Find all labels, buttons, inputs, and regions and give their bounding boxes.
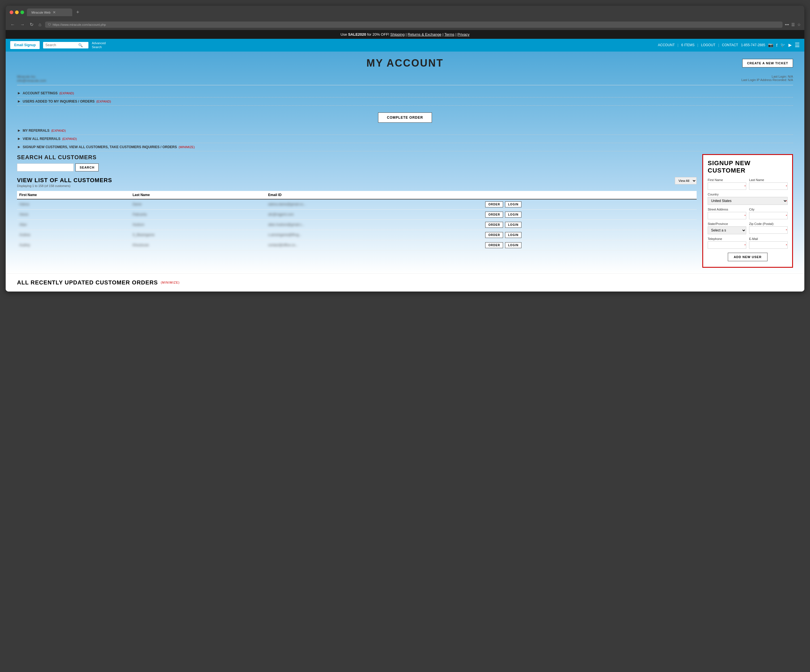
items-link[interactable]: 6 ITEMS: [681, 43, 695, 47]
instagram-icon[interactable]: 📷: [768, 42, 773, 47]
last-name-group: Last Name *: [749, 178, 788, 190]
address-bar[interactable]: 🛡 https://www.miracule.com/account.php: [45, 22, 783, 28]
col-last-name: Last Name: [130, 191, 266, 199]
account-link[interactable]: ACCOUNT: [658, 43, 675, 47]
telephone-group: Telephone *: [708, 237, 746, 249]
signup-customers-label: SIGNUP NEW CUSTOMERS, VIEW ALL CUSTOMERS…: [23, 145, 177, 149]
facebook-icon[interactable]: f: [776, 43, 778, 47]
contact-link[interactable]: CONTACT: [722, 43, 738, 47]
view-list-info: VIEW LIST OF ALL CUSTOMERS Displaying 1 …: [17, 177, 112, 187]
last-name-input[interactable]: [749, 182, 788, 190]
recently-updated-minimize[interactable]: (MINIMIZE): [161, 281, 180, 284]
my-referrals-expand[interactable]: (EXPAND): [51, 129, 66, 132]
login-button[interactable]: LOGIN: [505, 212, 522, 217]
more-icon[interactable]: •••: [785, 22, 789, 27]
email-label: E-Mail: [749, 237, 788, 241]
email-required: *: [786, 244, 787, 247]
col-actions: [483, 191, 697, 199]
phone-number: 1-855-747-2885: [741, 43, 765, 47]
complete-order-button[interactable]: COMPLETE ORDER: [378, 113, 432, 123]
browser-tab[interactable]: Miracule Web ✕: [27, 8, 72, 16]
login-button[interactable]: LOGIN: [505, 242, 522, 248]
order-button[interactable]: ORDER: [485, 242, 503, 248]
city-wrapper: *: [749, 212, 788, 219]
bookmark-icon[interactable]: ☆: [797, 22, 801, 27]
website-content: Use SALE2020 for 20% OFF! Shipping | Ret…: [6, 30, 804, 291]
login-button[interactable]: LOGIN: [505, 232, 522, 238]
account-settings-expand[interactable]: (EXPAND): [59, 91, 74, 95]
signup-customers-minimize[interactable]: (MINIMIZE): [179, 145, 195, 149]
play-icon-2: [17, 99, 21, 103]
last-name-label: Last Name: [749, 178, 788, 182]
reader-icon[interactable]: ☰: [791, 22, 795, 27]
users-added-label: USERS ADDED TO MY INQUIRIES / ORDERS: [23, 99, 94, 103]
cell-actions: ORDER LOGIN: [483, 199, 697, 210]
page-title: MY ACCOUNT: [366, 57, 444, 69]
tab-close-icon[interactable]: ✕: [53, 10, 56, 14]
view-all-select[interactable]: View All: [675, 177, 697, 184]
left-column: SEARCH ALL CUSTOMERS SEARCH VIEW LIST OF…: [17, 154, 697, 268]
login-button[interactable]: LOGIN: [505, 222, 522, 228]
order-button[interactable]: ORDER: [485, 201, 503, 207]
email-signup-button[interactable]: Email Signup: [10, 41, 40, 49]
first-name-wrapper: *: [708, 182, 746, 190]
last-login-ip: Last Login IP Address Recorded: N/A: [741, 78, 793, 82]
order-button[interactable]: ORDER: [485, 222, 503, 228]
returns-link[interactable]: Returns & Exchange: [408, 32, 441, 37]
cell-email: allan.hudson@gmail.c...: [266, 219, 483, 230]
forward-button[interactable]: →: [19, 21, 26, 28]
order-button[interactable]: ORDER: [485, 212, 503, 217]
zip-input[interactable]: [749, 226, 788, 234]
close-dot[interactable]: [10, 10, 14, 14]
minimize-dot[interactable]: [15, 10, 19, 14]
email-group: E-Mail *: [749, 237, 788, 249]
view-list-title: VIEW LIST OF ALL CUSTOMERS: [17, 177, 112, 184]
hamburger-menu-icon[interactable]: ☰: [795, 42, 800, 49]
nav-right: ACCOUNT | 6 ITEMS | LOGOUT | CONTACT 1-8…: [658, 42, 800, 49]
search-icon[interactable]: 🔍: [78, 43, 83, 47]
add-new-user-button[interactable]: ADD NEW USER: [728, 253, 768, 261]
zip-label: Zip Code (Postal):: [749, 222, 788, 226]
new-tab-button[interactable]: +: [75, 9, 81, 15]
logout-link[interactable]: LOGOUT: [701, 43, 716, 47]
cell-actions: ORDER LOGIN: [483, 209, 697, 219]
users-added-expand[interactable]: (EXPAND): [96, 100, 111, 103]
view-all-referrals-expand[interactable]: (EXPAND): [62, 137, 77, 140]
state-select[interactable]: Select a s: [708, 226, 746, 234]
advanced-search[interactable]: Advanced Search: [92, 41, 106, 49]
privacy-link[interactable]: Privacy: [457, 32, 470, 37]
cell-actions: ORDER LOGIN: [483, 240, 697, 250]
main-content: MY ACCOUNT CREATE A NEW TICKET Miracule …: [6, 52, 804, 273]
order-button[interactable]: ORDER: [485, 232, 503, 238]
fullscreen-dot[interactable]: [20, 10, 24, 14]
youtube-icon[interactable]: ▶: [788, 42, 792, 47]
table-header: First Name Last Name Email ID: [17, 191, 697, 199]
company-email: info@miracule.com: [17, 79, 46, 83]
recently-updated-label: ALL RECENTLY UPDATED CUSTOMER ORDERS: [17, 280, 158, 286]
home-button[interactable]: ⌂: [37, 21, 43, 28]
search-input[interactable]: [46, 43, 76, 47]
twitter-icon[interactable]: 🐦: [780, 42, 786, 47]
customer-search-input[interactable]: [17, 163, 74, 172]
my-referrals-label: MY REFERRALS: [23, 129, 49, 133]
two-column-section: SEARCH ALL CUSTOMERS SEARCH VIEW LIST OF…: [17, 154, 793, 268]
terms-link[interactable]: Terms: [444, 32, 454, 37]
back-button[interactable]: ←: [9, 21, 17, 28]
bottom-section: ALL RECENTLY UPDATED CUSTOMER ORDERS (MI…: [6, 273, 804, 291]
email-input[interactable]: [749, 241, 788, 249]
login-button[interactable]: LOGIN: [505, 201, 522, 207]
customer-table: First Name Last Name Email ID Adena Dame: [17, 191, 697, 251]
telephone-input[interactable]: [708, 241, 746, 249]
reload-button[interactable]: ↻: [28, 21, 35, 28]
signup-form-title: SIGNUP NEW CUSTOMER: [708, 160, 788, 174]
search-customers-button[interactable]: SEARCH: [75, 163, 99, 172]
city-input[interactable]: [749, 212, 788, 219]
country-select[interactable]: United States Canada Mexico United Kingd…: [708, 197, 788, 205]
create-ticket-button[interactable]: CREATE A NEW TICKET: [742, 59, 793, 67]
street-input[interactable]: [708, 212, 746, 219]
view-all-referrals-section: VIEW ALL REFERRALS (EXPAND): [17, 135, 793, 143]
shipping-link[interactable]: Shipping: [390, 32, 405, 37]
first-name-input[interactable]: [708, 182, 746, 190]
country-wrapper: United States Canada Mexico United Kingd…: [708, 197, 788, 205]
account-login-info: Last Login: N/A Last Login IP Address Re…: [741, 75, 793, 83]
